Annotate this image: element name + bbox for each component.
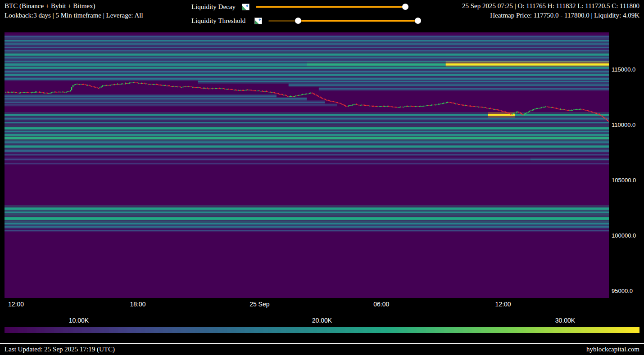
chart-settings-summary: Lookback:3 days | 5 Min timeframe | Leve… [5,11,143,20]
slider-handle-high[interactable] [415,18,421,24]
colorbar [5,327,639,333]
x-axis-label: 18:00 [130,301,145,308]
slider-fill [298,20,418,22]
liquidity-decay-row: Liquidity Decay [191,1,418,13]
slider-handle-low[interactable] [295,18,301,24]
x-axis-label: 12:00 [495,301,511,308]
header-controls: Liquidity Decay Liquidity Threshold [191,1,418,29]
slider-fill [256,6,405,8]
liquidation-heatmap-app: BTC (Binance + Bybit + Bitmex) Lookback:… [0,0,644,355]
x-axis-label: 25 Sep [249,301,269,308]
colorbar-area: 10.00K20.00K30.00K [5,317,639,333]
y-axis-label: 115000.0 [612,66,635,73]
colorbar-tick-label: 10.00K [69,317,89,324]
image-placeholder-icon [242,4,249,10]
site-link[interactable]: hyblockcapital.com [586,346,639,353]
liquidity-decay-slider[interactable] [256,3,405,10]
header-right: 25 Sep 2025 07:25 | O: 111765 H: 111832 … [462,1,639,20]
colorbar-tick-label: 20.00K [312,317,332,324]
symbol-title: BTC (Binance + Bybit + Bitmex) [5,1,143,11]
last-updated: Last Updated: 25 Sep 2025 17:19 (UTC) [5,346,115,353]
y-axis-label: 110000.0 [612,121,635,128]
liquidity-threshold-label: Liquidity Threshold [191,17,249,25]
y-axis-label: 105000.0 [612,177,636,184]
liquidity-decay-label: Liquidity Decay [191,3,236,11]
heatmap-canvas[interactable] [5,32,609,298]
colorbar-tick-label: 30.00K [555,317,575,324]
header-left: BTC (Binance + Bybit + Bitmex) Lookback:… [5,1,143,20]
liquidity-threshold-slider[interactable] [268,17,418,24]
liquidity-threshold-row: Liquidity Threshold [191,15,418,27]
ohlc-readout: 25 Sep 2025 07:25 | O: 111765 H: 111832 … [462,1,639,11]
heatmap-chart[interactable]: 115000.0110000.0105000.0100000.095000.0 … [0,32,644,311]
y-axis-label: 95000.0 [612,288,633,294]
colorbar-labels: 10.00K20.00K30.00K [5,317,639,324]
y-axis-label: 100000.0 [612,232,636,239]
x-axis-label: 12:00 [8,301,24,308]
slider-handle[interactable] [402,4,408,10]
bottom-bar: Last Updated: 25 Sep 2025 17:19 (UTC) hy… [0,343,644,355]
heatmap-readout: Heatmap Price: 117750.0 - 117800.0 | Liq… [462,11,639,20]
x-axis-label: 06:00 [373,301,389,308]
image-placeholder-icon [254,18,262,24]
